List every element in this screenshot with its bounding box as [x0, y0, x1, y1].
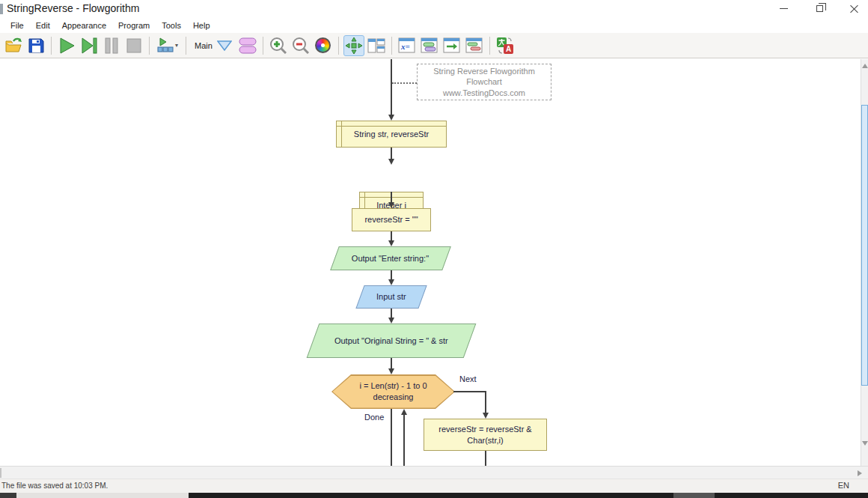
translate-icon: A — [496, 37, 514, 55]
branch-label-done: Done — [364, 413, 384, 422]
node-label: Output "Original String = " & str — [320, 335, 462, 347]
flow-line — [391, 148, 392, 160]
horizontal-scrollbar[interactable] — [0, 466, 868, 479]
pause-button[interactable] — [101, 35, 122, 56]
comment-line: Flowchart — [466, 76, 502, 87]
translate-button[interactable]: A — [495, 35, 516, 56]
svg-text:x=: x= — [400, 42, 410, 51]
dropdown-caret-icon: ▾ — [175, 42, 178, 49]
variable-watch-icon: x= — [398, 37, 415, 53]
variable-watch-button[interactable]: x= — [397, 35, 418, 56]
status-message: The file was saved at 10:03 PM. — [1, 482, 108, 490]
taskbar-segment — [673, 493, 715, 498]
input-node-str[interactable]: Input str — [355, 285, 427, 309]
flow-line — [391, 59, 392, 115]
for-loop-node[interactable]: i = Len(str) - 1 to 0 decreasing — [331, 374, 455, 409]
svg-text:A: A — [506, 45, 511, 53]
arrow-down-icon — [388, 240, 394, 246]
assign-node-init[interactable]: reverseStr = "" — [352, 208, 431, 231]
scroll-down-icon[interactable] — [862, 441, 868, 446]
taskbar-segment — [0, 493, 16, 498]
zoom-in-icon — [269, 37, 287, 54]
arrow-down-icon — [388, 159, 394, 165]
zoom-out-button[interactable] — [290, 35, 311, 56]
toolbar-separator — [263, 37, 263, 55]
scroll-right-icon[interactable] — [858, 470, 862, 476]
arrow-down-icon — [483, 413, 489, 419]
pan-tool-button[interactable] — [343, 35, 364, 56]
menu-help[interactable]: Help — [187, 19, 216, 32]
comment-line: String Reverse Flowgorithm — [433, 66, 535, 76]
arrow-down-icon — [388, 318, 394, 324]
flowchart-window-button[interactable] — [419, 35, 440, 56]
comment-line: www.TestingDocs.com — [443, 88, 525, 98]
function-selector[interactable]: Main — [190, 40, 236, 51]
assign-node-loop-body[interactable]: reverseStr = reverseStr & Char(str,i) — [424, 419, 547, 451]
stop-button[interactable] — [123, 35, 144, 56]
flow-line — [391, 409, 392, 466]
flow-line — [403, 415, 405, 466]
flow-line — [391, 192, 392, 203]
close-icon — [850, 4, 858, 13]
vertical-scrollbar[interactable] — [861, 59, 868, 466]
console-window-button[interactable] — [441, 35, 462, 56]
flow-line — [485, 391, 486, 413]
step-icon — [80, 37, 98, 55]
layout-windows-button[interactable] — [366, 35, 387, 56]
source-code-viewer-button[interactable]: ▾ — [154, 35, 181, 56]
save-icon — [28, 37, 44, 53]
close-button[interactable] — [841, 0, 867, 17]
toolbar-separator — [338, 37, 339, 55]
declare-node-strings[interactable]: String str, reverseStr — [336, 121, 447, 148]
menu-edit[interactable]: Edit — [30, 19, 56, 32]
node-label: String str, reverseStr — [354, 129, 429, 140]
report-window-button[interactable] — [464, 35, 485, 56]
minimize-button[interactable] — [771, 0, 796, 17]
scroll-up-icon[interactable] — [862, 64, 868, 68]
run-button[interactable] — [56, 35, 77, 56]
layout-windows-icon — [367, 38, 385, 53]
menu-file[interactable]: File — [4, 19, 30, 32]
flowchart-canvas[interactable]: String Reverse Flowgorithm Flowchart www… — [0, 59, 861, 466]
open-file-button[interactable] — [3, 35, 24, 56]
output-node-prompt[interactable]: Output "Enter string:" — [330, 246, 451, 270]
arrow-down-icon — [388, 202, 394, 208]
add-shapes-button[interactable] — [237, 35, 258, 56]
language-indicator[interactable]: EN — [838, 481, 849, 490]
flow-line — [453, 391, 486, 392]
toolbar-separator — [489, 37, 490, 55]
arrow-down-icon — [388, 115, 394, 121]
taskbar-segment — [16, 493, 189, 498]
comment-connector — [392, 82, 417, 84]
window-title: StringReverse - Flowgorithm — [7, 2, 139, 14]
output-node-original[interactable]: Output "Original String = " & str — [307, 324, 477, 358]
restore-icon — [816, 5, 823, 12]
color-theme-button[interactable] — [313, 35, 334, 56]
step-button[interactable] — [79, 35, 100, 56]
vertical-scrollbar-thumb[interactable] — [861, 105, 868, 386]
toolbar: ▾ Main — [0, 33, 868, 58]
branch-label-next: Next — [459, 374, 477, 383]
zoom-in-button[interactable] — [268, 35, 289, 56]
flowgorithm-window: StringReverse - Flowgorithm File Edit Ap… — [0, 0, 868, 498]
menu-tools[interactable]: Tools — [156, 19, 187, 32]
run-icon — [58, 37, 76, 55]
horizontal-scrollbar-thumb-edge[interactable] — [0, 468, 1, 478]
menu-appearance[interactable]: Appearance — [56, 19, 112, 32]
save-button[interactable] — [25, 35, 46, 56]
menu-bar: File Edit Appearance Program Tools Help — [0, 18, 868, 33]
title-bar: StringReverse - Flowgorithm — [0, 0, 868, 18]
restore-button[interactable] — [807, 0, 832, 17]
function-selector-label: Main — [195, 41, 213, 50]
add-shapes-icon — [239, 37, 257, 55]
arrow-down-icon — [388, 279, 394, 285]
arrow-down-icon — [388, 368, 394, 374]
node-label: reverseStr = "" — [364, 214, 418, 225]
chevron-down-icon — [217, 40, 232, 51]
flowchart-window-icon — [421, 37, 438, 53]
comment-node[interactable]: String Reverse Flowgorithm Flowchart www… — [417, 64, 551, 100]
report-window-icon — [465, 37, 483, 53]
menu-program[interactable]: Program — [112, 19, 156, 32]
node-label: Input str — [376, 291, 406, 303]
open-file-icon — [4, 37, 22, 54]
